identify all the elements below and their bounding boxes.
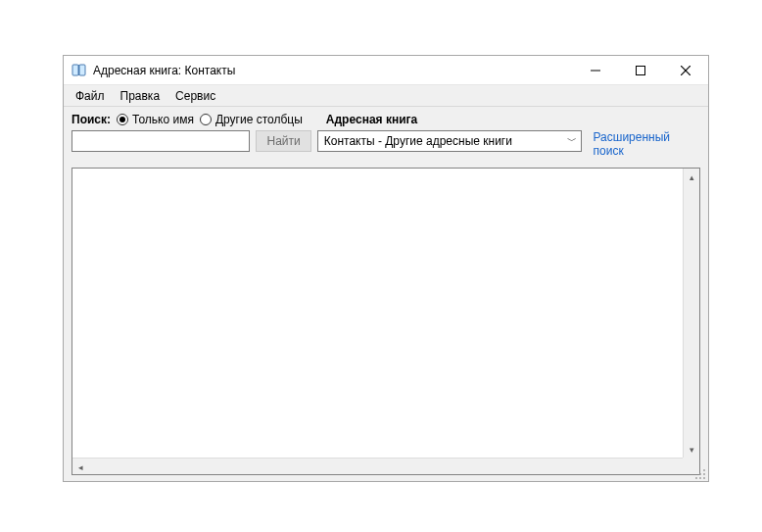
- close-button[interactable]: [663, 56, 708, 85]
- search-input[interactable]: [71, 130, 250, 152]
- search-label: Поиск:: [71, 113, 111, 126]
- results-list[interactable]: ▴ ▾ ◂ ▸: [71, 168, 700, 475]
- resize-grip-icon[interactable]: [694, 468, 706, 480]
- search-controls-row: Найти Контакты - Другие адресные книги ﹀…: [71, 130, 700, 158]
- content-area: Поиск: Только имя Другие столбцы Адресна…: [64, 107, 708, 481]
- book-icon: [71, 63, 87, 78]
- menu-service[interactable]: Сервис: [167, 87, 223, 105]
- menubar: Файл Правка Сервис: [64, 85, 708, 107]
- svg-rect-4: [637, 66, 645, 74]
- svg-rect-0: [72, 65, 78, 75]
- addressbook-label: Адресная книга: [326, 113, 417, 126]
- find-button[interactable]: Найти: [256, 130, 310, 152]
- svg-point-11: [699, 477, 701, 479]
- svg-point-9: [703, 473, 705, 475]
- radio-name-only[interactable]: Только имя: [117, 113, 194, 126]
- vertical-scrollbar[interactable]: ▴ ▾: [683, 169, 699, 458]
- svg-point-7: [703, 469, 705, 471]
- window-title: Адресная книга: Контакты: [93, 64, 235, 77]
- maximize-button[interactable]: [618, 56, 663, 85]
- menu-file[interactable]: Файл: [68, 87, 113, 105]
- search-label-row: Поиск: Только имя Другие столбцы Адресна…: [71, 113, 700, 126]
- advanced-search-link[interactable]: Расширенный поиск: [594, 130, 701, 158]
- menu-edit[interactable]: Правка: [113, 87, 168, 105]
- horizontal-scrollbar[interactable]: ◂ ▸: [72, 458, 699, 474]
- radio-other-columns[interactable]: Другие столбцы: [200, 113, 303, 126]
- radio-other-columns-label: Другие столбцы: [215, 113, 303, 126]
- svg-point-12: [703, 477, 705, 479]
- radio-icon: [117, 114, 128, 125]
- titlebar: Адресная книга: Контакты: [64, 56, 708, 85]
- svg-rect-1: [79, 65, 85, 75]
- minimize-button[interactable]: [573, 56, 618, 85]
- radio-icon: [200, 114, 212, 125]
- svg-point-8: [699, 473, 701, 475]
- scroll-left-icon[interactable]: ◂: [72, 459, 89, 475]
- addressbook-dropdown-value: Контакты - Другие адресные книги: [324, 134, 512, 148]
- radio-name-only-label: Только имя: [132, 113, 194, 126]
- scroll-down-icon[interactable]: ▾: [684, 441, 700, 458]
- window-frame: Адресная книга: Контакты Файл Правка Сер…: [63, 55, 709, 482]
- svg-point-10: [695, 477, 697, 479]
- scroll-up-icon[interactable]: ▴: [684, 169, 700, 185]
- addressbook-dropdown[interactable]: Контакты - Другие адресные книги ﹀: [317, 130, 582, 152]
- chevron-down-icon: ﹀: [567, 134, 577, 148]
